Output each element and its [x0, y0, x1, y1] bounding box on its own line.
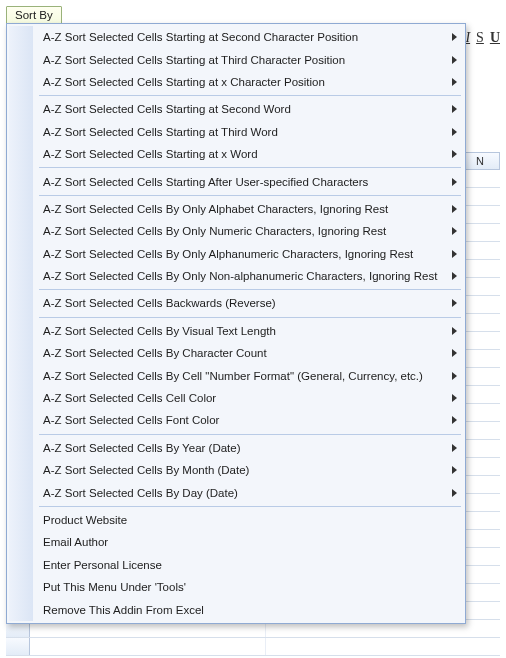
menu-item-label: A-Z Sort Selected Cells Starting at x Ch… — [43, 76, 445, 88]
underline-button[interactable]: U — [490, 30, 500, 46]
chevron-right-icon — [452, 349, 457, 357]
menu-item[interactable]: A-Z Sort Selected Cells Starting at Thir… — [37, 48, 463, 70]
menu-item[interactable]: A-Z Sort Selected Cells Starting at Seco… — [37, 26, 463, 48]
menu-item[interactable]: A-Z Sort Selected Cells By Character Cou… — [37, 342, 463, 364]
menu-item[interactable]: A-Z Sort Selected Cells By Day (Date) — [37, 481, 463, 503]
menu-item[interactable]: A-Z Sort Selected Cells Starting at Thir… — [37, 121, 463, 143]
menu-item[interactable]: A-Z Sort Selected Cells Backwards (Rever… — [37, 292, 463, 314]
menu-item-label: A-Z Sort Selected Cells Starting at Seco… — [43, 103, 445, 115]
chevron-right-icon — [452, 250, 457, 258]
menu-icon-strip — [9, 26, 33, 621]
menu-item-label: Put This Menu Under 'Tools' — [43, 581, 445, 593]
menu-item-label: Email Author — [43, 536, 445, 548]
menu-item-label: A-Z Sort Selected Cells Backwards (Rever… — [43, 297, 445, 309]
menu-separator — [39, 167, 461, 168]
menu-item-label: A-Z Sort Selected Cells By Cell "Number … — [43, 370, 445, 382]
menu-item[interactable]: Product Website — [37, 509, 463, 531]
menu-item-label: Product Website — [43, 514, 445, 526]
chevron-right-icon — [452, 416, 457, 424]
app-background: I S U N Sort By A-Z Sort Selected Cells … — [0, 0, 506, 658]
menu-item-label: A-Z Sort Selected Cells Starting at Seco… — [43, 31, 445, 43]
menu-item-label: A-Z Sort Selected Cells By Character Cou… — [43, 347, 445, 359]
chevron-right-icon — [452, 394, 457, 402]
menu-item[interactable]: A-Z Sort Selected Cells Starting at x Wo… — [37, 143, 463, 165]
menu-item-label: A-Z Sort Selected Cells By Day (Date) — [43, 487, 445, 499]
menu-item-label: Remove This Addin From Excel — [43, 604, 445, 616]
menu-item-label: A-Z Sort Selected Cells Cell Color — [43, 392, 445, 404]
chevron-right-icon — [452, 78, 457, 86]
chevron-right-icon — [452, 227, 457, 235]
menu-item[interactable]: A-Z Sort Selected Cells By Only Alphabet… — [37, 198, 463, 220]
chevron-right-icon — [452, 327, 457, 335]
menu-item-label: A-Z Sort Selected Cells Starting at Thir… — [43, 54, 445, 66]
menu-item-label: Enter Personal License — [43, 559, 445, 571]
chevron-right-icon — [452, 466, 457, 474]
menu-item[interactable]: Remove This Addin From Excel — [37, 598, 463, 620]
partially-visible-toolbar: I S U — [465, 30, 500, 46]
strike-button[interactable]: S — [476, 30, 484, 46]
menu-separator — [39, 289, 461, 290]
menu-item[interactable]: A-Z Sort Selected Cells By Only Non-alph… — [37, 265, 463, 287]
menu-item[interactable]: A-Z Sort Selected Cells Starting at Seco… — [37, 98, 463, 120]
menu-item-label: A-Z Sort Selected Cells Starting at Thir… — [43, 126, 445, 138]
menu-item[interactable]: A-Z Sort Selected Cells Font Color — [37, 409, 463, 431]
chevron-right-icon — [452, 105, 457, 113]
italic-button[interactable]: I — [465, 30, 470, 46]
chevron-right-icon — [452, 56, 457, 64]
chevron-right-icon — [452, 299, 457, 307]
table-row[interactable] — [6, 638, 500, 656]
menu-separator — [39, 317, 461, 318]
menu-item[interactable]: A-Z Sort Selected Cells Cell Color — [37, 387, 463, 409]
menu-item[interactable]: Email Author — [37, 531, 463, 553]
menu-item-label: A-Z Sort Selected Cells By Year (Date) — [43, 442, 445, 454]
row-header[interactable] — [6, 638, 30, 655]
sort-by-dropdown: A-Z Sort Selected Cells Starting at Seco… — [6, 23, 466, 624]
menu-item[interactable]: A-Z Sort Selected Cells Starting at x Ch… — [37, 71, 463, 93]
menu-item-label: A-Z Sort Selected Cells Font Color — [43, 414, 445, 426]
menu-separator — [39, 195, 461, 196]
menu-item[interactable]: A-Z Sort Selected Cells By Only Alphanum… — [37, 243, 463, 265]
grid-cell[interactable] — [266, 638, 501, 655]
menu-items-container: A-Z Sort Selected Cells Starting at Seco… — [37, 26, 463, 621]
menu-separator — [39, 434, 461, 435]
chevron-right-icon — [452, 444, 457, 452]
menu-separator — [39, 506, 461, 507]
menu-item[interactable]: A-Z Sort Selected Cells Starting After U… — [37, 170, 463, 192]
chevron-right-icon — [452, 178, 457, 186]
menu-item-label: A-Z Sort Selected Cells By Only Alphanum… — [43, 248, 445, 260]
menu-item[interactable]: Put This Menu Under 'Tools' — [37, 576, 463, 598]
menu-item-label: A-Z Sort Selected Cells Starting at x Wo… — [43, 148, 445, 160]
chevron-right-icon — [452, 128, 457, 136]
chevron-right-icon — [452, 272, 457, 280]
menu-item-label: A-Z Sort Selected Cells By Month (Date) — [43, 464, 445, 476]
menu-item[interactable]: A-Z Sort Selected Cells By Year (Date) — [37, 437, 463, 459]
grid-cell[interactable] — [30, 638, 266, 655]
menu-item[interactable]: A-Z Sort Selected Cells By Visual Text L… — [37, 320, 463, 342]
chevron-right-icon — [452, 150, 457, 158]
menu-item-label: A-Z Sort Selected Cells By Only Numeric … — [43, 225, 445, 237]
chevron-right-icon — [452, 33, 457, 41]
chevron-right-icon — [452, 372, 457, 380]
chevron-right-icon — [452, 489, 457, 497]
menu-item-label: A-Z Sort Selected Cells By Only Non-alph… — [43, 270, 445, 282]
menu-item[interactable]: Enter Personal License — [37, 554, 463, 576]
menu-item[interactable]: A-Z Sort Selected Cells By Only Numeric … — [37, 220, 463, 242]
menu-item[interactable]: A-Z Sort Selected Cells By Cell "Number … — [37, 364, 463, 386]
menu-item-label: A-Z Sort Selected Cells Starting After U… — [43, 176, 445, 188]
menu-separator — [39, 95, 461, 96]
menu-item[interactable]: A-Z Sort Selected Cells By Month (Date) — [37, 459, 463, 481]
menu-item-label: A-Z Sort Selected Cells By Visual Text L… — [43, 325, 445, 337]
column-header[interactable]: N — [460, 152, 500, 170]
menu-item-label: A-Z Sort Selected Cells By Only Alphabet… — [43, 203, 445, 215]
chevron-right-icon — [452, 205, 457, 213]
